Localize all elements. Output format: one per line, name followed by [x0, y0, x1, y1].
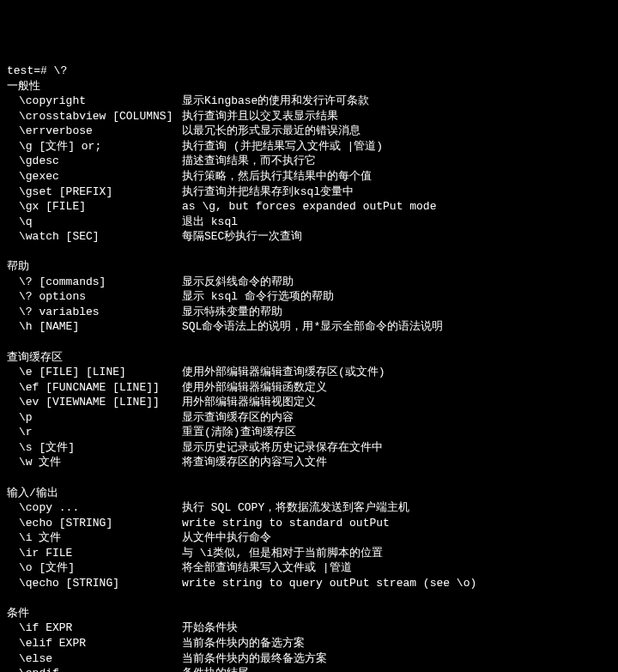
command: \else: [7, 651, 182, 667]
command: \crosstabview [COLUMNS]: [7, 109, 182, 124]
help-line: \s [文件]显示历史记录或将历史记录保存在文件中: [7, 440, 611, 456]
help-line: \p显示查询缓存区的内容: [7, 410, 611, 426]
blank-line: [7, 335, 611, 350]
command: \q: [7, 215, 182, 230]
help-line: \ef [FUNCNAME [LINE]]使用外部编辑器编辑函数定义: [7, 380, 611, 396]
help-line: \errverbose以最冗长的形式显示最近的错误消息: [7, 124, 611, 139]
description: 描述查询结果，而不执行它: [182, 154, 316, 169]
description: 执行查询并且以交叉表显示结果: [182, 109, 338, 124]
help-line: \gexec执行策略，然后执行其结果中的每个值: [7, 169, 611, 185]
command: \errverbose: [7, 124, 182, 139]
help-line: \copyright显示Kingbase的使用和发行许可条款: [7, 94, 611, 109]
command: \gset [PREFIX]: [7, 185, 182, 200]
command: \gexec: [7, 169, 182, 185]
command: \h [NAME]: [7, 319, 182, 335]
description: 显示 ksql 命令行选项的帮助: [182, 289, 334, 305]
blank-line: [7, 470, 611, 486]
help-line: \q退出 ksql: [7, 215, 611, 230]
help-line: \elif EXPR当前条件块内的备选方案: [7, 636, 611, 651]
blank-line: [7, 245, 611, 260]
command: \copy ...: [7, 500, 182, 516]
command: \elif EXPR: [7, 636, 182, 651]
command: \o [文件]: [7, 560, 182, 576]
description: 从文件中执行命令: [182, 530, 271, 546]
help-line: \gset [PREFIX]执行查询并把结果存到ksql变量中: [7, 185, 611, 200]
command: \i 文件: [7, 530, 182, 546]
section-title: 输入/输出: [7, 486, 611, 501]
help-line: \qecho [STRING]write string to query out…: [7, 576, 611, 591]
help-line: \ev [VIEWNAME [LINE]]用外部编辑器编辑视图定义: [7, 395, 611, 410]
command: \g [文件] or;: [7, 139, 182, 154]
description: 使用外部编辑器编辑函数定义: [182, 380, 327, 396]
section-title: 查询缓存区: [7, 350, 611, 366]
help-line: \watch [SEC]每隔SEC秒执行一次查询: [7, 229, 611, 245]
description: 重置(清除)查询缓存区: [182, 425, 296, 440]
command: \? options: [7, 289, 182, 305]
description: as \g, but forces expanded outPut mode: [182, 199, 436, 215]
help-line: \r重置(清除)查询缓存区: [7, 425, 611, 440]
description: 开始条件块: [182, 621, 238, 636]
description: 条件块的结尾: [182, 666, 249, 672]
help-line: \e [FILE] [LINE]使用外部编辑器编辑查询缓存区(或文件): [7, 365, 611, 380]
help-line: \i 文件从文件中执行命令: [7, 530, 611, 546]
description: 当前条件块内的备选方案: [182, 636, 305, 651]
help-line: \if EXPR开始条件块: [7, 621, 611, 636]
command: \copyright: [7, 94, 182, 109]
help-line: \crosstabview [COLUMNS]执行查询并且以交叉表显示结果: [7, 109, 611, 124]
command: \ef [FUNCNAME [LINE]]: [7, 380, 182, 396]
description: 显示特殊变量的帮助: [182, 305, 282, 320]
help-line: \gx [FILE]as \g, but forces expanded out…: [7, 199, 611, 215]
help-line: \copy ...执行 SQL COPY，将数据流发送到客户端主机: [7, 500, 611, 516]
command: \endif: [7, 666, 182, 672]
command: \ir FILE: [7, 546, 182, 561]
description: write string to query outPut stream (see…: [182, 576, 476, 591]
command: \gdesc: [7, 154, 182, 169]
help-line: \? [commands]显示反斜线命令的帮助: [7, 275, 611, 290]
description: 退出 ksql: [182, 215, 238, 230]
command: \if EXPR: [7, 621, 182, 636]
help-line: \endif条件块的结尾: [7, 666, 611, 672]
description: 将全部查询结果写入文件或 |管道: [182, 560, 352, 576]
command: \? [commands]: [7, 275, 182, 290]
help-line: \w 文件将查询缓存区的内容写入文件: [7, 455, 611, 470]
description: SQL命令语法上的说明，用*显示全部命令的语法说明: [182, 319, 443, 335]
command: \w 文件: [7, 455, 182, 470]
prompt-line: test=# \?: [7, 64, 611, 79]
description: 每隔SEC秒执行一次查询: [182, 229, 302, 245]
terminal-output: test=# \?一般性\copyright显示Kingbase的使用和发行许可…: [7, 64, 611, 672]
description: 显示反斜线命令的帮助: [182, 275, 294, 290]
blank-line: [7, 590, 611, 606]
help-line: \echo [STRING]write string to standard o…: [7, 516, 611, 531]
section-title: 帮助: [7, 259, 611, 275]
section-title: 条件: [7, 606, 611, 621]
help-line: \else当前条件块内的最终备选方案: [7, 651, 611, 667]
command: \ev [VIEWNAME [LINE]]: [7, 395, 182, 410]
help-line: \o [文件]将全部查询结果写入文件或 |管道: [7, 560, 611, 576]
description: 显示查询缓存区的内容: [182, 410, 294, 426]
description: 执行查询 (并把结果写入文件或 |管道): [182, 139, 383, 154]
command: \echo [STRING]: [7, 516, 182, 531]
command: \? variables: [7, 305, 182, 320]
description: 执行策略，然后执行其结果中的每个值: [182, 169, 372, 185]
help-line: \h [NAME]SQL命令语法上的说明，用*显示全部命令的语法说明: [7, 319, 611, 335]
command: \r: [7, 425, 182, 440]
section-title: 一般性: [7, 79, 611, 94]
description: 当前条件块内的最终备选方案: [182, 651, 327, 667]
help-line: \? variables显示特殊变量的帮助: [7, 305, 611, 320]
description: 显示Kingbase的使用和发行许可条款: [182, 94, 369, 109]
description: 执行查询并把结果存到ksql变量中: [182, 185, 354, 200]
description: 执行 SQL COPY，将数据流发送到客户端主机: [182, 500, 409, 516]
command: \watch [SEC]: [7, 229, 182, 245]
description: 用外部编辑器编辑视图定义: [182, 395, 316, 410]
command: \e [FILE] [LINE]: [7, 365, 182, 380]
description: 与 \i类似, 但是相对于当前脚本的位置: [182, 546, 383, 561]
help-line: \? options显示 ksql 命令行选项的帮助: [7, 289, 611, 305]
help-line: \ir FILE与 \i类似, 但是相对于当前脚本的位置: [7, 546, 611, 561]
description: 以最冗长的形式显示最近的错误消息: [182, 124, 360, 139]
command: \s [文件]: [7, 440, 182, 456]
description: 使用外部编辑器编辑查询缓存区(或文件): [182, 365, 385, 380]
description: 将查询缓存区的内容写入文件: [182, 455, 327, 470]
help-line: \gdesc描述查询结果，而不执行它: [7, 154, 611, 169]
command: \qecho [STRING]: [7, 576, 182, 591]
description: write string to standard outPut: [182, 516, 390, 531]
